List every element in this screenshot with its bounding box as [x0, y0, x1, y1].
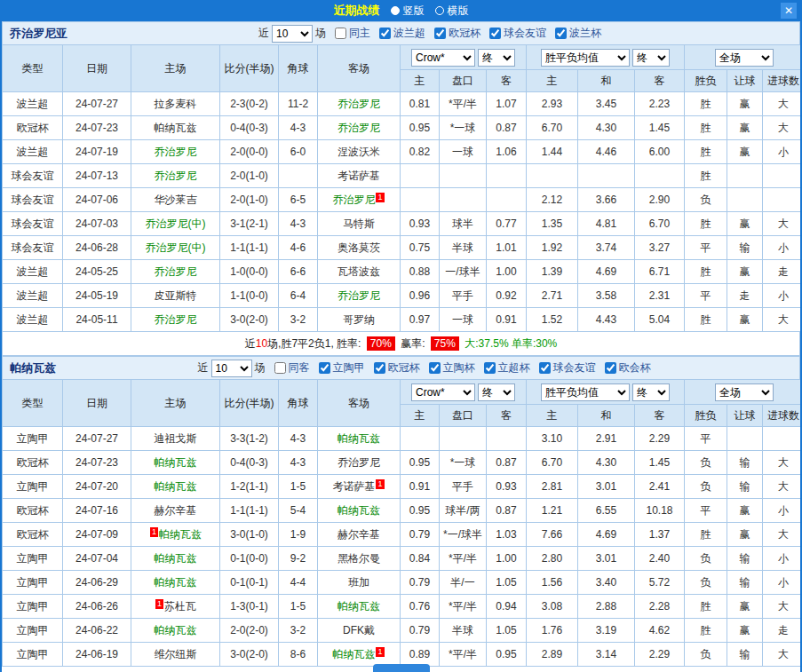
home-team[interactable]: 帕纳瓦兹 [131, 116, 220, 140]
home-team[interactable]: 帕纳瓦兹 [131, 619, 220, 643]
away-team[interactable]: 马特斯 [318, 212, 401, 236]
league-filter[interactable]: 球会友谊 [489, 26, 546, 41]
handicap-line [440, 427, 487, 451]
odds-away: 0.91 [487, 308, 527, 332]
league-checkbox[interactable] [605, 362, 616, 374]
home-team[interactable]: 帕纳瓦兹 [131, 475, 220, 499]
home-team[interactable]: 皮亚斯特 [131, 284, 220, 308]
away-team[interactable]: 乔治罗尼 [318, 116, 401, 140]
home-team-name: 乔治罗尼 [155, 265, 197, 278]
league-checkbox[interactable] [379, 28, 391, 39]
away-team[interactable]: 帕纳瓦兹 [318, 595, 401, 619]
odds-provider-select[interactable]: Crow* [411, 383, 475, 401]
league-checkbox[interactable] [484, 362, 496, 374]
red-card-badge: 1 [376, 193, 384, 202]
recent-count-select[interactable]: 10 [272, 25, 313, 43]
away-team[interactable]: 帕纳瓦兹 [318, 499, 401, 523]
away-team[interactable]: 奥洛莫茨 [318, 236, 401, 260]
league-filter[interactable]: 欧冠杯 [434, 26, 480, 41]
home-team[interactable]: 1苏杜瓦 [131, 595, 220, 619]
league-checkbox[interactable] [319, 362, 330, 374]
match-date: 24-07-23 [63, 116, 131, 140]
home-team-name: 帕纳瓦兹 [159, 528, 202, 541]
league-filter[interactable]: 欧会杯 [605, 360, 651, 376]
home-team[interactable]: 帕纳瓦兹 [131, 451, 220, 475]
fulltime-scope-select[interactable]: 全场 [715, 49, 774, 67]
home-team[interactable]: 迪祖戈斯 [131, 427, 220, 451]
league-checkbox[interactable] [489, 28, 501, 39]
layout-horizontal-radio[interactable]: 横版 [435, 4, 469, 19]
recent-count-select[interactable]: 10 [211, 360, 252, 377]
same-venue-label: 同主 [349, 26, 370, 41]
same-venue-filter[interactable]: 同主 [335, 26, 370, 41]
bottom-partial-button[interactable] [373, 664, 430, 672]
odds-provider-select[interactable]: Crow* [411, 49, 475, 67]
odds-final-select[interactable]: 终 [478, 383, 515, 401]
avg-draw: 4.46 [578, 140, 635, 164]
avg-final-select[interactable]: 终 [632, 49, 670, 67]
home-team-name: 华沙莱吉 [155, 194, 197, 206]
away-team[interactable]: 黑格尔曼 [318, 547, 401, 571]
home-team[interactable]: 乔治罗尼 [131, 308, 220, 332]
summary-part: 大:37.5% 单率:30% [462, 336, 557, 352]
league-filter[interactable]: 波兰超 [379, 26, 425, 41]
fulltime-scope-select[interactable]: 全场 [715, 383, 774, 401]
away-team[interactable]: 瓦塔波兹 [318, 260, 401, 284]
home-team[interactable]: 帕纳瓦兹 [131, 547, 220, 571]
same-venue-filter[interactable]: 同客 [274, 360, 310, 376]
away-team[interactable]: 考诺萨基 [318, 164, 401, 188]
wdl-average-select[interactable]: 胜平负均值 [541, 49, 630, 67]
wdl-average-select[interactable]: 胜平负均值 [541, 383, 630, 401]
same-venue-checkbox[interactable] [335, 28, 346, 39]
away-team-name: 乔治罗尼 [337, 98, 380, 110]
col-odds-home: 主 [401, 405, 440, 427]
away-team[interactable]: 乔治罗尼1 [318, 188, 401, 212]
league-checkbox[interactable] [434, 28, 446, 39]
result-goals: 大 [763, 595, 802, 619]
same-venue-checkbox[interactable] [274, 362, 286, 374]
league-filter[interactable]: 球会友谊 [539, 360, 596, 376]
away-team[interactable]: 哥罗纳 [318, 308, 401, 332]
league-filter[interactable]: 立陶甲 [319, 360, 365, 376]
layout-vertical-radio[interactable]: 竖版 [391, 4, 425, 19]
red-card-badge: 1 [376, 479, 384, 489]
avg-final-select[interactable]: 终 [632, 383, 670, 401]
away-team[interactable]: 班加 [318, 571, 401, 595]
home-team[interactable]: 乔治罗尼(中) [131, 236, 220, 260]
home-team[interactable]: 1帕纳瓦兹 [131, 523, 220, 547]
home-team[interactable]: 赫尔辛基 [131, 499, 220, 523]
home-team[interactable]: 帕纳瓦兹 [131, 571, 220, 595]
league-filter[interactable]: 欧冠杯 [374, 360, 420, 376]
away-team[interactable]: 考诺萨基1 [318, 475, 401, 499]
away-team[interactable]: 乔治罗尼 [318, 451, 401, 475]
away-team[interactable]: DFK戴 [318, 619, 401, 643]
league-checkbox[interactable] [429, 362, 441, 374]
away-team[interactable]: 赫尔辛基 [318, 523, 401, 547]
odds-away: 1.06 [487, 140, 527, 164]
away-team[interactable]: 乔治罗尼 [318, 92, 401, 116]
avg-home: 2.89 [527, 643, 578, 667]
league-checkbox[interactable] [539, 362, 551, 374]
home-team[interactable]: 乔治罗尼 [131, 260, 220, 284]
away-team[interactable]: 帕纳瓦兹1 [318, 643, 401, 667]
league-checkbox[interactable] [555, 28, 567, 39]
avg-home: 3.08 [527, 595, 578, 619]
league-checkbox[interactable] [374, 362, 385, 374]
league-filter[interactable]: 立超杯 [484, 360, 530, 376]
home-team[interactable]: 乔治罗尼 [131, 140, 220, 164]
away-team[interactable]: 乔治罗尼 [318, 284, 401, 308]
odds-final-select[interactable]: 终 [478, 49, 515, 67]
away-team[interactable]: 帕纳瓦兹 [318, 427, 401, 451]
league-badge: 波兰超 [3, 92, 63, 116]
league-filter[interactable]: 波兰杯 [555, 26, 601, 41]
home-team[interactable]: 乔治罗尼 [131, 164, 220, 188]
away-team[interactable]: 涅波沃米 [318, 140, 401, 164]
result-goals: 大 [763, 475, 802, 499]
home-team[interactable]: 维尔纽斯 [131, 643, 220, 667]
league-filter[interactable]: 立陶杯 [429, 360, 475, 376]
home-team[interactable]: 华沙莱吉 [131, 188, 220, 212]
close-icon[interactable]: ✕ [781, 3, 797, 19]
odds-home: 0.81 [401, 92, 440, 116]
home-team[interactable]: 拉多麦科 [131, 92, 220, 116]
home-team[interactable]: 乔治罗尼(中) [131, 212, 220, 236]
